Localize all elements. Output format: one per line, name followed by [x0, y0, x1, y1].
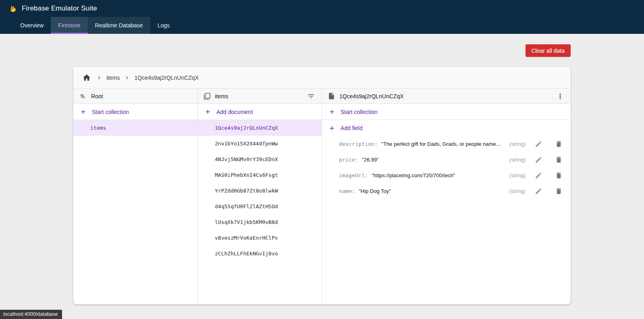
- root-collection-list: items: [73, 120, 197, 304]
- document-panel-title: 1Qce4s9aj2rQLnUnCZqX: [339, 93, 404, 99]
- field-value: "https://placeimg.com/720/700/tech": [372, 172, 455, 178]
- panel-columns: Root Start collection items items: [73, 89, 571, 304]
- plus-icon: [204, 108, 211, 115]
- field-value: "Hip Dog Toy": [359, 188, 391, 194]
- add-field-button[interactable]: Add field: [322, 120, 571, 136]
- root-icon: [79, 92, 87, 100]
- toolbar: Clear all data: [73, 34, 571, 57]
- doc-start-collection-label: Start collection: [341, 109, 378, 115]
- edit-field-icon[interactable]: [534, 171, 543, 180]
- field-actions: (string): [504, 139, 563, 149]
- add-document-label: Add document: [216, 109, 253, 115]
- plus-icon: [328, 108, 335, 115]
- edit-field-icon[interactable]: [534, 186, 543, 196]
- app-title: Firebase Emulator Suite: [22, 4, 97, 12]
- document-list-item[interactable]: lUsqXk7V1jkb5KM0vB8d: [198, 214, 322, 230]
- root-column: Root Start collection items: [73, 89, 197, 304]
- field-type-badge: (string): [509, 188, 526, 194]
- delete-field-icon[interactable]: [554, 139, 563, 149]
- field-type-badge: (string): [509, 141, 526, 147]
- collection-icon: [204, 93, 211, 100]
- field-row: price:"26.99"(string): [322, 152, 571, 168]
- field-row: name:"Hip Dog Toy"(string): [322, 183, 571, 199]
- field-type-badge: (string): [509, 157, 526, 163]
- home-icon[interactable]: [81, 72, 92, 83]
- document-list-item[interactable]: YrPZdd0Gb87Zt8o8lwkW: [198, 183, 322, 199]
- start-collection-label: Start collection: [92, 109, 129, 115]
- kebab-menu-icon[interactable]: [555, 91, 565, 101]
- app-header: Firebase Emulator Suite OverviewFirestor…: [0, 0, 644, 34]
- field-actions: (string): [504, 171, 563, 180]
- field-name: price:: [339, 157, 358, 163]
- field-list: description:"The perfect gift for Dads, …: [322, 136, 571, 304]
- delete-field-icon[interactable]: [554, 171, 563, 180]
- main-content: Clear all data items 1Qce4s9aj2rQLnUnCZq…: [73, 34, 571, 304]
- firestore-panel: items 1Qce4s9aj2rQLnUnCZqX Root: [73, 67, 571, 304]
- field-actions: (string): [504, 155, 563, 165]
- document-list-item[interactable]: 4NJvj5NGMv0rY39cEDnX: [198, 151, 322, 167]
- clear-all-data-button[interactable]: Clear all data: [526, 44, 571, 57]
- document-list-item[interactable]: zCLhZhLLFhEkNGvIj8vo: [198, 246, 322, 261]
- plus-icon: [80, 108, 87, 115]
- delete-field-icon[interactable]: [554, 155, 563, 165]
- filter-icon[interactable]: [306, 91, 316, 101]
- field-name: name:: [339, 188, 355, 194]
- delete-field-icon[interactable]: [554, 186, 563, 196]
- firebase-logo-icon: [9, 3, 17, 14]
- tab-realtime-database[interactable]: Realtime Database: [88, 17, 150, 34]
- chevron-right-icon: [96, 74, 103, 81]
- collection-column: items Add document 1Qce4s9aj2rQLnUnCZqX2…: [197, 89, 322, 304]
- tab-overview[interactable]: Overview: [13, 17, 51, 34]
- field-value: "26.99": [362, 157, 379, 163]
- browser-status-bar: localhost:4000/database: [0, 310, 62, 319]
- collection-list-item[interactable]: items: [73, 120, 197, 136]
- add-field-label: Add field: [341, 125, 362, 131]
- breadcrumb-collection[interactable]: items: [106, 75, 120, 81]
- field-actions: (string): [504, 186, 563, 196]
- document-list: 1Qce4s9aj2rQLnUnCZqX2nx1bYo15X2X44dfpnWw…: [198, 120, 322, 304]
- start-collection-button[interactable]: Start collection: [73, 104, 197, 120]
- document-list-item[interactable]: MAS0iPhebXnI4Cs6Fsgt: [198, 167, 322, 183]
- field-value: "The perfect gift for Dads, Grads, or pe…: [381, 141, 503, 147]
- collection-panel-title: items: [215, 93, 228, 99]
- plus-icon: [328, 125, 335, 132]
- document-icon: [328, 92, 335, 100]
- doc-start-collection-button[interactable]: Start collection: [322, 104, 571, 120]
- field-name: imageUrl:: [339, 172, 368, 178]
- field-row: description:"The perfect gift for Dads, …: [322, 136, 571, 152]
- document-list-item[interactable]: v8veszMrVoKaEnrHClPv: [198, 230, 322, 246]
- edit-field-icon[interactable]: [534, 139, 543, 149]
- main-nav: OverviewFirestoreRealtime DatabaseLogs: [0, 17, 644, 34]
- edit-field-icon[interactable]: [534, 155, 543, 165]
- tab-logs[interactable]: Logs: [150, 17, 177, 34]
- document-list-item[interactable]: 1Qce4s9aj2rQLnUnCZqX: [198, 120, 322, 136]
- field-type-badge: (string): [509, 172, 526, 178]
- document-list-item[interactable]: d4q5SqfU0Fl2lAZtHSOd: [198, 199, 322, 214]
- field-row: imageUrl:"https://placeimg.com/720/700/t…: [322, 168, 571, 183]
- tab-firestore[interactable]: Firestore: [51, 17, 87, 34]
- breadcrumb-document: 1Qce4s9aj2rQLnUnCZqX: [134, 75, 199, 81]
- document-column: 1Qce4s9aj2rQLnUnCZqX Start collection: [322, 89, 571, 304]
- chevron-right-icon: [123, 74, 131, 81]
- field-name: description:: [339, 141, 378, 147]
- document-list-item[interactable]: 2nx1bYo15X2X44dfpnWw: [198, 136, 322, 151]
- add-document-button[interactable]: Add document: [198, 104, 322, 120]
- breadcrumb: items 1Qce4s9aj2rQLnUnCZqX: [73, 67, 571, 89]
- root-panel-title: Root: [91, 93, 103, 99]
